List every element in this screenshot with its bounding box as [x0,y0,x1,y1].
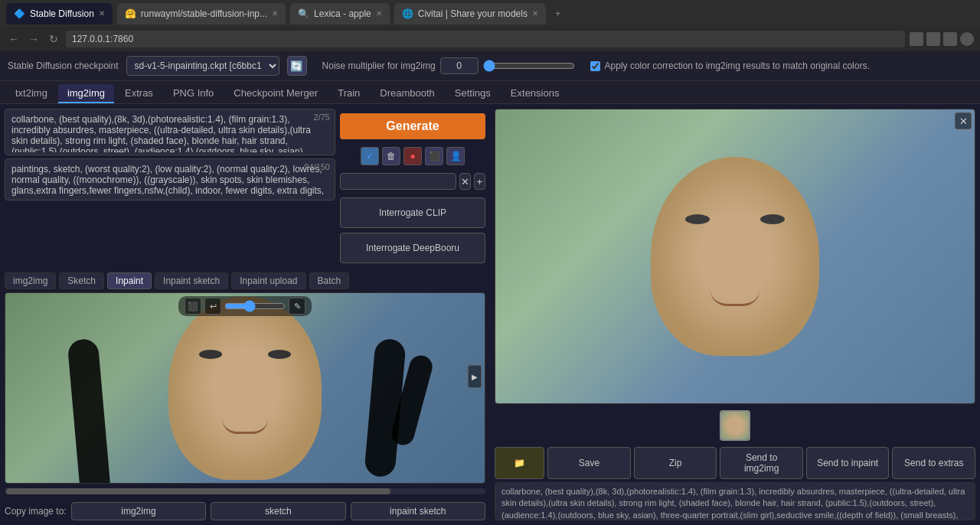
interrogate-deepbooru-btn[interactable]: Interrogate DeepBooru [340,233,485,263]
image-canvas[interactable]: ⬛ ↩ ✎ ▶ [5,292,485,484]
save-btn[interactable]: Save [547,447,631,479]
sub-tab-batch[interactable]: Batch [309,272,350,289]
noise-input[interactable] [440,57,479,74]
sub-tab-bar: img2img Sketch Inpaint Inpaint sketch In… [0,269,490,292]
style-icon-red[interactable]: ● [403,147,422,165]
tab-img2img[interactable]: img2img [58,84,114,103]
forward-icon[interactable]: → [26,33,41,45]
style-icon-user[interactable]: 👤 [446,147,465,165]
tab-train[interactable]: Train [328,84,369,103]
tab-runwayml[interactable]: 🤗 runwayml/stable-diffusion-inp... ✕ [117,3,286,24]
canvas-undo-btn[interactable]: ↩ [204,298,221,315]
output-face [495,109,975,403]
tab-close-icon[interactable]: ✕ [272,9,278,18]
sub-tab-inpaint-sketch[interactable]: Inpaint sketch [155,272,228,289]
tab-close-icon[interactable]: ✕ [376,9,382,18]
noise-label: Noise multiplier for img2img [322,60,436,71]
new-tab-btn[interactable]: + [550,8,566,19]
checkpoint-select[interactable]: sd-v1-5-inpainting.ckpt [c6bbc15e32] [126,56,279,76]
refresh-icon[interactable]: ↻ [46,33,61,45]
color-correction: Apply color correction to img2img result… [590,60,870,71]
sub-tab-img2img[interactable]: img2img [5,272,56,289]
expand-btn[interactable]: ▶ [468,365,482,388]
tab-checkpoint-merger[interactable]: Checkpoint Merger [224,84,327,103]
styles-clear-btn[interactable]: ✕ [459,173,471,190]
tab-bar: 🔷 Stable Diffusion ✕ 🤗 runwayml/stable-d… [0,0,980,27]
tab-favicon: 🤗 [125,8,136,19]
positive-prompt-count: 2/75 [314,112,330,122]
copy-img2img-btn[interactable]: img2img [71,502,206,520]
color-correction-checkbox[interactable] [590,61,600,71]
tab-extras[interactable]: Extras [116,84,162,103]
send-extras-btn[interactable]: Send to extras [892,447,975,479]
tab-txt2img[interactable]: txt2img [6,84,57,103]
tab-dreambooth[interactable]: Dreambooth [371,84,444,103]
send-img2img-btn[interactable]: Send to img2img [720,447,803,479]
positive-prompt-box: 2/75 [5,109,335,155]
brush-size-row: ⬛ ↩ ✎ [178,296,312,316]
positive-prompt-input[interactable] [5,109,335,152]
prompts-area: 2/75 94/150 Generate ✓ 🗑 ● ⬛ [0,104,490,269]
tab-label: Civitai | Share your models [418,8,528,19]
style-icon-black[interactable]: ⬛ [425,147,443,165]
ext-icon-1 [910,32,923,46]
tab-extensions[interactable]: Extensions [501,84,569,103]
canvas-scrollbar[interactable] [5,488,485,494]
styles-input[interactable] [340,173,456,190]
copy-label: Copy image to: [5,506,67,517]
negative-prompt-input[interactable] [5,159,335,197]
interrogate-clip-btn[interactable]: Interrogate CLIP [340,197,485,228]
url-text: 127.0.0.1:7860 [72,34,133,44]
zip-btn[interactable]: Zip [634,447,717,479]
send-inpaint-btn[interactable]: Send to inpaint [806,447,890,479]
copy-sketch-btn[interactable]: sketch [211,502,345,520]
app: Stable Diffusion checkpoint sd-v1-5-inpa… [0,51,980,525]
action-buttons: 📁 Save Zip Send to img2img Send to inpai… [495,447,975,479]
sub-tab-inpaint[interactable]: Inpaint [107,272,152,289]
tab-close-icon[interactable]: ✕ [99,9,105,18]
tab-lexica[interactable]: 🔍 Lexica - apple ✕ [290,3,390,24]
tab-civitai[interactable]: 🌐 Civitai | Share your models ✕ [394,3,546,24]
sub-tab-inpaint-upload[interactable]: Inpaint upload [231,272,305,289]
style-icon-blue[interactable]: ✓ [361,147,379,165]
output-thumbnail[interactable] [720,410,750,441]
color-correction-label: Apply color correction to img2img result… [605,60,870,71]
sub-tab-sketch[interactable]: Sketch [59,272,104,289]
checkpoint-refresh-btn[interactable]: 🔄 [287,56,307,76]
tab-label: Lexica - apple [314,8,371,19]
right-buttons: Generate ✓ 🗑 ● ⬛ 👤 ✕ + Interrogate CLIP [340,109,485,268]
generate-btn[interactable]: Generate [340,113,485,139]
tab-label: runwayml/stable-diffusion-inp... [141,8,267,19]
negative-prompt-count: 94/150 [304,162,330,171]
copy-inpaint-sketch-btn[interactable]: inpaint sketch [351,502,485,520]
prompts-col: 2/75 94/150 [5,109,335,268]
output-image: ✕ [495,109,975,404]
style-icon-trash[interactable]: 🗑 [382,147,400,165]
canvas-clear-btn[interactable]: ⬛ [185,298,201,315]
tab-favicon: 🌐 [402,8,413,19]
style-icons-row: ✓ 🗑 ● ⬛ 👤 [340,147,485,165]
tab-settings[interactable]: Settings [446,84,500,103]
tab-favicon: 🔍 [298,8,309,19]
thumbnail-row [495,407,975,444]
tab-png-info[interactable]: PNG Info [164,84,223,103]
tab-close-icon[interactable]: ✕ [532,9,538,18]
noise-slider[interactable] [483,60,575,72]
right-side: ✕ 📁 Save Zip Send to img2img Send to inp… [490,104,980,525]
output-close-btn[interactable]: ✕ [955,112,972,129]
result-caption: collarbone, (best quality),(8k, 3d),(pho… [495,482,975,520]
url-bar[interactable]: 127.0.0.1:7860 [66,31,905,47]
ext-icon-2 [926,32,940,46]
output-image-panel: ✕ 📁 Save Zip Send to img2img Send to inp… [495,109,975,520]
input-image-panel: ⬛ ↩ ✎ ▶ Copy image to: img2img sk [0,292,490,525]
copy-image-row: Copy image to: img2img sketch inpaint sk… [5,499,485,523]
scroll-thumb [6,488,390,494]
tab-label: Stable Diffusion [30,8,94,19]
styles-add-btn[interactable]: + [474,173,485,190]
brush-size-slider[interactable] [224,300,286,312]
canvas-color-btn[interactable]: ✎ [289,298,305,315]
tab-stable-diffusion[interactable]: 🔷 Stable Diffusion ✕ [6,3,113,24]
folder-btn[interactable]: 📁 [495,447,544,479]
back-icon[interactable]: ← [6,33,21,45]
negative-prompt-box: 94/150 [5,158,335,201]
